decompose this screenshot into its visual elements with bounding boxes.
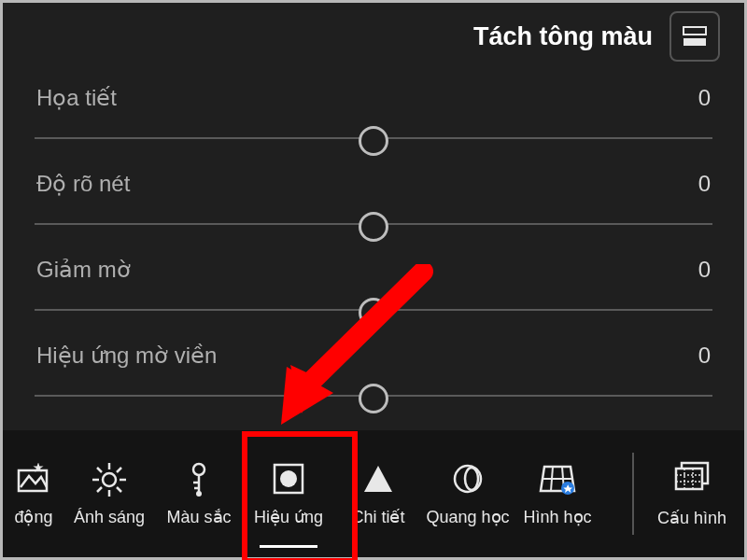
- svg-line-9: [117, 487, 121, 492]
- detail-icon: [361, 460, 395, 497]
- slider-texture: Họa tiết 0: [35, 74, 712, 160]
- svg-rect-0: [684, 27, 706, 35]
- auto-icon: [15, 460, 52, 497]
- slider-value: 0: [698, 171, 711, 197]
- color-icon: [186, 460, 212, 497]
- svg-point-12: [193, 464, 204, 475]
- toolbar-label: động: [14, 507, 52, 527]
- slider-thumb[interactable]: [359, 298, 388, 328]
- svg-point-20: [465, 468, 478, 490]
- svg-line-10: [117, 468, 121, 472]
- slider-thumb[interactable]: [359, 212, 388, 242]
- profiles-icon: [672, 460, 712, 498]
- toolbar-label: Màu sắc: [166, 507, 231, 527]
- toolbar-item-effects[interactable]: Hiệu ứng: [244, 430, 333, 557]
- slider-track[interactable]: [35, 120, 712, 160]
- light-icon: [91, 461, 128, 498]
- slider-track[interactable]: [35, 206, 712, 245]
- toolbar-item-optics[interactable]: Quang học: [423, 430, 513, 557]
- active-underline: [260, 545, 317, 548]
- toolbar-item-geometry[interactable]: Hình học: [513, 430, 602, 557]
- geometry-icon: [539, 460, 576, 497]
- slider-thumb[interactable]: [359, 126, 388, 156]
- split-tone-icon: [683, 26, 707, 47]
- svg-line-8: [97, 468, 102, 472]
- slider-label: Độ rõ nét: [36, 171, 130, 197]
- slider-clarity: Độ rõ nét 0: [35, 160, 712, 245]
- svg-point-14: [196, 491, 202, 497]
- toolbar-item-profiles[interactable]: Cấu hình: [640, 430, 744, 557]
- slider-value: 0: [698, 85, 711, 111]
- slider-value: 0: [698, 257, 711, 283]
- slider-label: Hiệu ứng mờ viền: [36, 343, 217, 369]
- slider-value: 0: [698, 343, 711, 369]
- slider-dehaze: Giảm mờ 0: [35, 245, 712, 331]
- bottom-toolbar: động: [3, 430, 744, 557]
- slider-track[interactable]: [35, 378, 712, 417]
- slider-track[interactable]: [35, 292, 712, 331]
- split-tone-toggle-button[interactable]: [669, 11, 720, 62]
- toolbar-item-color[interactable]: Màu sắc: [154, 430, 244, 557]
- svg-rect-1: [684, 38, 706, 46]
- section-title: Tách tông màu: [473, 22, 653, 51]
- svg-point-18: [280, 470, 297, 487]
- toolbar-label: Cấu hình: [657, 508, 726, 528]
- svg-line-11: [97, 487, 102, 492]
- toolbar-separator: [632, 453, 634, 535]
- svg-rect-26: [676, 469, 702, 489]
- toolbar-item-light[interactable]: Ánh sáng: [64, 430, 154, 557]
- toolbar-label: Quang học: [426, 507, 509, 527]
- optics-icon: [451, 460, 485, 497]
- toolbar-label: Hình học: [523, 507, 591, 527]
- toolbar-label: Ánh sáng: [74, 508, 145, 527]
- slider-label: Giảm mờ: [36, 257, 131, 283]
- slider-thumb[interactable]: [359, 384, 388, 413]
- toolbar-item-detail[interactable]: Chi tiết: [333, 430, 423, 557]
- toolbar-item-auto[interactable]: động: [3, 430, 64, 557]
- svg-point-3: [103, 473, 116, 486]
- slider-vignette: Hiệu ứng mờ viền 0: [35, 331, 712, 417]
- toolbar-label: Chi tiết: [351, 507, 404, 527]
- toolbar-label: Hiệu ứng: [254, 507, 323, 527]
- slider-label: Họa tiết: [36, 85, 117, 111]
- effects-icon: [272, 460, 305, 497]
